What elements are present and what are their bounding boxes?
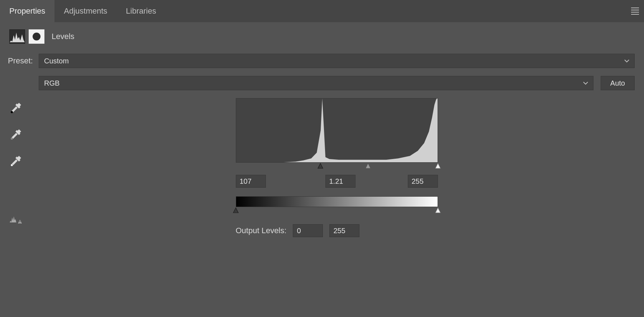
clip-warning-icon: [10, 214, 22, 226]
histogram[interactable]: [236, 98, 438, 163]
channel-value: RGB: [44, 79, 59, 87]
svg-marker-0: [10, 33, 25, 42]
work-area: Output Levels:: [8, 98, 635, 237]
input-levels-row: [236, 175, 438, 188]
highlight-slider-thumb[interactable]: [435, 163, 441, 169]
output-high-input[interactable]: [329, 224, 359, 237]
output-high-thumb[interactable]: [435, 207, 441, 213]
shadow-slider-thumb[interactable]: [317, 163, 324, 169]
tab-libraries[interactable]: Libraries: [116, 0, 165, 22]
eyedropper-white-button[interactable]: [8, 153, 24, 169]
tab-spacer: [166, 0, 626, 22]
svg-point-3: [11, 164, 13, 166]
preset-value: Custom: [44, 57, 69, 65]
clip-warning-button[interactable]: [8, 212, 24, 228]
tab-adjustments[interactable]: Adjustments: [54, 0, 116, 22]
preset-select[interactable]: Custom: [39, 54, 635, 68]
tab-properties[interactable]: Properties: [0, 0, 54, 22]
panel-header: Levels: [0, 22, 644, 50]
chevron-down-icon: [624, 59, 629, 63]
svg-point-2: [11, 138, 13, 140]
eyedropper-white-icon: [10, 155, 22, 167]
eyedropper-tools: [8, 98, 39, 237]
histogram-column: Output Levels:: [39, 98, 635, 237]
output-low-thumb[interactable]: [233, 207, 239, 213]
tab-bar: Properties Adjustments Libraries: [0, 0, 644, 22]
shadow-input[interactable]: [236, 175, 266, 188]
svg-rect-6: [20, 221, 20, 222]
highlight-input[interactable]: [408, 175, 438, 188]
channel-row: RGB Auto: [8, 76, 635, 90]
chevron-down-icon: [583, 81, 588, 85]
preset-row: Preset: Custom: [8, 54, 635, 68]
midtone-slider-thumb[interactable]: [365, 163, 371, 169]
output-gradient[interactable]: [236, 196, 438, 207]
output-slider-track: [236, 207, 438, 215]
eyedropper-black-icon: [10, 102, 22, 114]
panel-title: Levels: [52, 32, 75, 41]
input-slider-track: [236, 163, 438, 170]
output-low-input[interactable]: [293, 224, 323, 237]
eyedropper-black-button[interactable]: [8, 100, 24, 116]
layer-mask-icon: [29, 29, 44, 44]
eyedropper-gray-icon: [10, 129, 22, 141]
eyedropper-gray-button[interactable]: [8, 127, 24, 143]
panel-content: Preset: Custom RGB Auto: [0, 50, 644, 237]
output-levels-label: Output Levels:: [236, 226, 287, 235]
svg-marker-4: [10, 216, 16, 222]
panel-menu-button[interactable]: [626, 0, 644, 22]
output-levels-row: Output Levels:: [236, 224, 438, 237]
hamburger-icon: [631, 8, 639, 15]
svg-rect-7: [20, 223, 20, 224]
svg-point-1: [11, 111, 13, 113]
auto-button[interactable]: Auto: [601, 76, 635, 90]
channel-select[interactable]: RGB: [39, 76, 593, 90]
levels-adjustment-icon: [9, 29, 25, 44]
preset-label: Preset:: [8, 56, 39, 66]
midtone-input[interactable]: [325, 175, 356, 188]
